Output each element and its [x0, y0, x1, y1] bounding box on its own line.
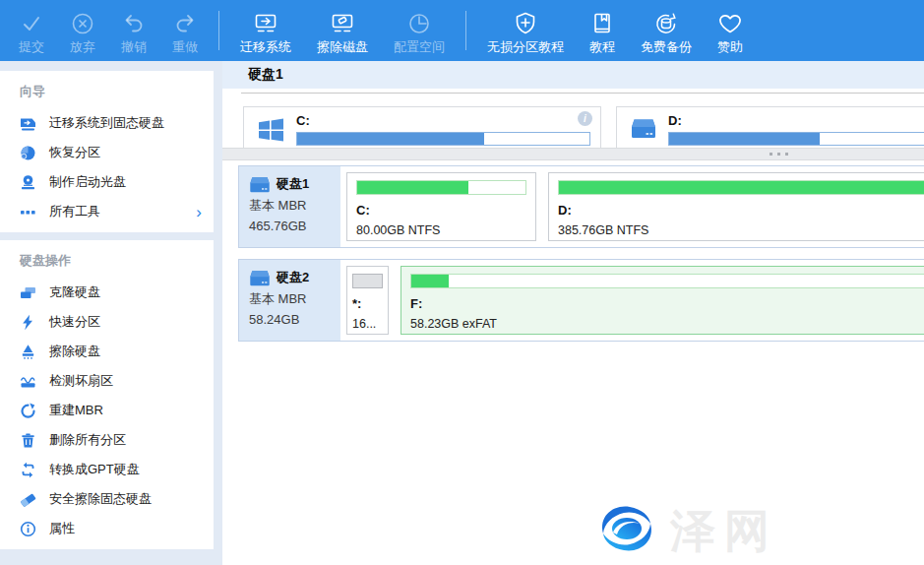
partition-f[interactable]: F:58.23GB exFAT: [400, 266, 924, 335]
toolbar-button-label: 赞助: [717, 40, 743, 54]
sidebar-item-label: 重建MBR: [49, 402, 103, 419]
drive-letter: C:: [296, 113, 590, 132]
partitions: C:80.00GB NTFSD:385.76GB NTFS: [340, 166, 924, 247]
toolbar-free-backup-button[interactable]: 免费备份: [628, 1, 705, 60]
toolbar-button-label: 无损分区教程: [487, 40, 564, 54]
toolbar-allocate-space-button[interactable]: 配置空间: [381, 1, 458, 60]
toolbar-button-label: 免费备份: [641, 40, 692, 54]
erase-disk-icon: [330, 8, 355, 39]
sidebar-item-label: 转换成GPT硬盘: [49, 461, 140, 478]
horizontal-divider-line: [241, 93, 924, 94]
toolbar-erase-disk-button[interactable]: 擦除磁盘: [304, 1, 381, 60]
drive-small-icon: [249, 176, 271, 193]
disk-list: 硬盘1基本 MBR465.76GBC:80.00GB NTFSD:385.76G…: [222, 160, 924, 565]
sidebar-item-secure-erase-ssd[interactable]: 安全擦除固态硬盘: [0, 484, 214, 514]
sidebar-item-label: 安全擦除固态硬盘: [49, 490, 152, 508]
convert-icon: [20, 462, 36, 478]
partition-letter: D:: [558, 203, 924, 218]
partition-letter: F:: [410, 296, 924, 311]
disk-info-panel[interactable]: 硬盘2基本 MBR58.24GB: [239, 260, 340, 341]
disk-name: 硬盘1: [277, 175, 309, 193]
info-icon[interactable]: i: [578, 111, 592, 126]
partition-star[interactable]: *:16...: [346, 266, 389, 335]
sidebar-item-label: 快速分区: [49, 313, 100, 331]
partition-size: 58.23GB exFAT: [410, 317, 924, 331]
splitter-dots-icon: [770, 153, 788, 156]
toolbar-button-label: 重做: [172, 40, 198, 54]
partition-usage-bar: [356, 180, 526, 195]
toolbar-separator: [465, 11, 466, 50]
sidebar-item-rebuild-mbr[interactable]: 重建MBR: [0, 396, 214, 425]
partition-letter: *:: [352, 296, 383, 311]
disk-row-1: 硬盘1基本 MBR465.76GBC:80.00GB NTFSD:385.76G…: [238, 165, 924, 248]
partition-size: 80.00GB NTFS: [356, 223, 526, 237]
partitions: *:16...F:58.23GB exFAT: [340, 260, 924, 341]
usage-bar: [668, 132, 924, 146]
toolbar-button-label: 迁移系统: [240, 40, 291, 54]
undo-icon: [121, 8, 147, 39]
disk-type: 基本 MBR: [249, 290, 340, 308]
drive-letter: D:: [668, 113, 924, 132]
dots-icon: [20, 204, 36, 220]
partition-usage-bar: [352, 274, 383, 288]
partition-usage-fill: [357, 181, 468, 194]
discard-icon: [70, 8, 95, 39]
drive-overview-strip: C:iD:: [222, 98, 924, 148]
chevron-right-icon: ›: [196, 204, 202, 220]
trash-icon: [20, 432, 36, 449]
drive-card-body: C:: [296, 113, 590, 148]
tab-disk1[interactable]: 硬盘1: [248, 66, 283, 84]
sidebar-section-title: 向导: [0, 71, 214, 108]
splitter-handle[interactable]: [222, 148, 924, 160]
sidebar-item-properties[interactable]: 属性: [0, 514, 214, 543]
sidebar-item-recover-partition[interactable]: 恢复分区: [0, 138, 214, 167]
check-icon: [19, 8, 44, 39]
overview-drive-c[interactable]: C:i: [243, 106, 601, 148]
sidebar-item-label: 克隆硬盘: [49, 283, 100, 301]
sidebar-item-make-boot-disc[interactable]: 制作启动光盘: [0, 167, 214, 197]
sidebar-section: 向导迁移系统到固态硬盘恢复分区制作启动光盘所有工具›: [0, 71, 214, 232]
usage-fill: [297, 133, 484, 145]
disc-icon: [20, 174, 36, 191]
migrate-disk-blue-icon: [20, 115, 36, 132]
toolbar-donate-button[interactable]: 赞助: [705, 1, 756, 60]
shield-plus-icon: [513, 8, 538, 39]
partition-usage-bar: [410, 274, 924, 288]
overview-drive-d[interactable]: D:: [616, 106, 924, 148]
partition-letter: C:: [356, 203, 526, 218]
toolbar-redo-button[interactable]: 重做: [159, 1, 211, 60]
sidebar: 向导迁移系统到固态硬盘恢复分区制作启动光盘所有工具›硬盘操作克隆硬盘快速分区擦除…: [0, 61, 222, 565]
toolbar-migrate-system-button[interactable]: 迁移系统: [227, 1, 304, 60]
partition-d[interactable]: D:385.76GB NTFS: [548, 172, 924, 241]
toolbar-button-label: 撤销: [121, 40, 147, 54]
migrate-disk-icon: [253, 8, 278, 39]
book-icon: [589, 8, 615, 39]
sidebar-item-delete-all-partitions[interactable]: 删除所有分区: [0, 425, 214, 455]
heart-icon: [717, 8, 743, 39]
backup-icon: [652, 8, 680, 39]
toolbar-discard-button[interactable]: 放弃: [57, 1, 108, 60]
toolbar-lossless-partition-tutorial-button[interactable]: 无损分区教程: [474, 1, 577, 60]
sidebar-item-convert-to-gpt[interactable]: 转换成GPT硬盘: [0, 455, 214, 484]
drive-card-body: D:: [668, 113, 924, 148]
partition-usage-fill: [559, 181, 924, 194]
toolbar-button-label: 配置空间: [394, 40, 445, 54]
disk-name-row: 硬盘1: [249, 175, 340, 193]
disk-row-2: 硬盘2基本 MBR58.24GB*:16...F:58.23GB exFAT: [238, 259, 924, 342]
sidebar-item-all-tools[interactable]: 所有工具›: [0, 197, 214, 226]
partition-c[interactable]: C:80.00GB NTFS: [346, 172, 536, 241]
toolbar-button-label: 擦除磁盘: [317, 40, 368, 54]
sidebar-item-quick-partition[interactable]: 快速分区: [0, 307, 214, 337]
eraser-icon: [20, 491, 36, 508]
sidebar-item-label: 所有工具: [49, 203, 100, 220]
app-body: 向导迁移系统到固态硬盘恢复分区制作启动光盘所有工具›硬盘操作克隆硬盘快速分区擦除…: [0, 61, 924, 565]
sidebar-item-erase-hard-disk[interactable]: 擦除硬盘: [0, 337, 214, 366]
toolbar-separator: [218, 11, 219, 50]
toolbar-tutorial-button[interactable]: 教程: [577, 1, 628, 60]
sidebar-item-clone-disk[interactable]: 克隆硬盘: [0, 278, 214, 307]
sidebar-item-check-bad-sectors[interactable]: 检测坏扇区: [0, 366, 214, 396]
disk-info-panel[interactable]: 硬盘1基本 MBR465.76GB: [239, 166, 340, 247]
sidebar-item-migrate-os-to-ssd[interactable]: 迁移系统到固态硬盘: [0, 108, 214, 138]
toolbar-undo-button[interactable]: 撤销: [108, 1, 159, 60]
toolbar-submit-button[interactable]: 提交: [6, 1, 57, 60]
